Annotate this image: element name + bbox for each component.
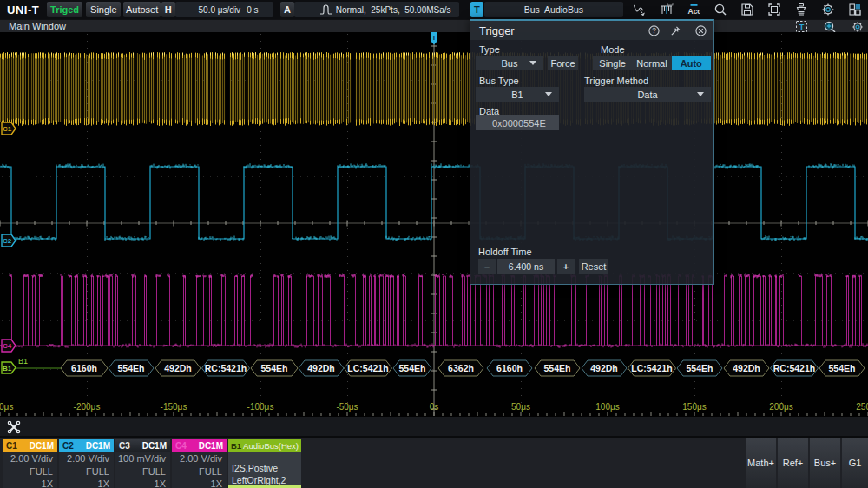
svg-text:C2: C2 <box>3 237 12 245</box>
svg-text:554Eh: 554Eh <box>261 363 288 373</box>
svg-text:-100μs: -100μs <box>247 402 274 412</box>
svg-text:200μs: 200μs <box>769 402 792 412</box>
svg-text:492Dh: 492Dh <box>590 363 618 373</box>
svg-text:RC:5421h: RC:5421h <box>773 363 815 373</box>
svg-text:0s: 0s <box>430 402 439 412</box>
svg-text:554Eh: 554Eh <box>544 363 571 373</box>
svg-text:-250μs: -250μs <box>0 402 13 412</box>
svg-text:Acq: Acq <box>687 7 700 16</box>
svg-text:150μs: 150μs <box>682 402 706 412</box>
svg-text:554Eh: 554Eh <box>687 363 713 373</box>
svg-text:-150μs: -150μs <box>161 402 187 412</box>
svg-text:6160h: 6160h <box>71 363 97 373</box>
svg-text:250μs: 250μs <box>856 402 868 412</box>
svg-text:-50μs: -50μs <box>336 402 358 412</box>
svg-text:6160h: 6160h <box>496 363 523 373</box>
svg-text:6362h: 6362h <box>448 363 474 373</box>
svg-text:100μs: 100μs <box>595 402 619 412</box>
svg-text:LC:5421h: LC:5421h <box>631 363 672 373</box>
svg-text:C1: C1 <box>3 125 12 133</box>
svg-text:T: T <box>432 34 437 42</box>
svg-text:B1: B1 <box>18 357 28 366</box>
svg-text:492Dh: 492Dh <box>307 363 335 373</box>
svg-text:T: T <box>799 23 805 31</box>
svg-text:B1: B1 <box>3 365 12 373</box>
svg-text:554Eh: 554Eh <box>118 363 145 373</box>
svg-text:C4: C4 <box>3 342 12 350</box>
svg-text:-200μs: -200μs <box>74 402 101 412</box>
svg-text:RC:5421h: RC:5421h <box>205 363 247 373</box>
svg-text:492Dh: 492Dh <box>733 363 760 373</box>
svg-text:554Eh: 554Eh <box>399 363 426 373</box>
svg-text:492Dh: 492Dh <box>164 363 192 373</box>
svg-text:554Eh: 554Eh <box>829 363 856 373</box>
svg-text:?: ? <box>652 26 656 35</box>
svg-text:LC:5421h: LC:5421h <box>347 363 388 373</box>
svg-text:50μs: 50μs <box>511 402 530 412</box>
